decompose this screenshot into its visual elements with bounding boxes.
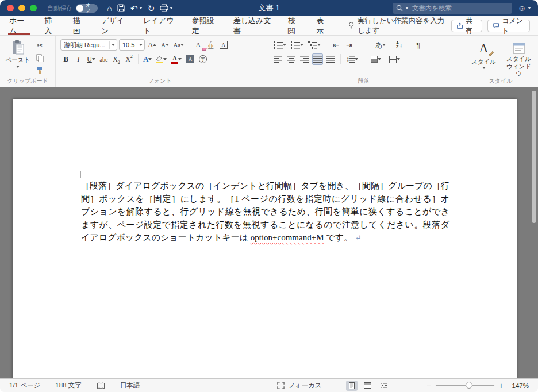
- document-search[interactable]: [393, 3, 512, 14]
- phonetic-guide-button[interactable]: ア 亜: [205, 39, 216, 51]
- highlight-button[interactable]: [155, 53, 168, 65]
- chevron-down-icon: [378, 58, 381, 60]
- divider: [340, 54, 341, 64]
- format-painter-button[interactable]: [34, 66, 45, 76]
- copy-icon: [36, 54, 44, 62]
- tab-view[interactable]: 表示: [315, 16, 330, 35]
- zoom-window-button[interactable]: [30, 5, 37, 11]
- chevron-down-icon: [163, 58, 167, 60]
- print-button[interactable]: [160, 4, 173, 12]
- font-row-2: B I U abc X2 X2 A A: [60, 53, 262, 65]
- distribute-button[interactable]: [325, 53, 336, 65]
- tab-review[interactable]: 校閲: [287, 16, 302, 35]
- divider: [370, 40, 370, 50]
- shrink-font-button[interactable]: A: [159, 39, 170, 51]
- feedback-button[interactable]: ☺: [518, 3, 531, 13]
- shading-button[interactable]: [370, 53, 382, 65]
- increase-indent-button[interactable]: ⇥: [344, 39, 355, 51]
- justify-button[interactable]: [312, 53, 323, 65]
- tab-mailings[interactable]: 差し込み文書: [232, 16, 274, 35]
- font-color-icon: A: [171, 55, 178, 64]
- tab-insert[interactable]: 挿入: [43, 16, 58, 35]
- share-button[interactable]: 共有: [451, 20, 482, 32]
- styles-window-button[interactable]: スタイル ウィンドウ: [503, 39, 535, 78]
- zoom-in-button[interactable]: +: [499, 382, 504, 390]
- view-web-layout-button[interactable]: [362, 381, 374, 391]
- tab-home[interactable]: ホーム: [8, 16, 30, 35]
- comments-button[interactable]: コメント: [487, 20, 530, 32]
- underline-button[interactable]: U: [86, 53, 97, 65]
- chevron-down-icon: [355, 58, 358, 60]
- text-line-last: イアログボックスのショートカットキーは option+command+M です。…: [81, 231, 449, 245]
- sort-button[interactable]: AZ ↓: [394, 39, 405, 51]
- autosave-toggle[interactable]: オフ: [76, 4, 98, 13]
- home-button[interactable]: ⌂: [107, 4, 112, 13]
- multilevel-list-button[interactable]: [307, 39, 322, 51]
- decrease-indent-button[interactable]: ⇤: [331, 39, 341, 51]
- save-button[interactable]: [117, 4, 125, 12]
- show-formatting-marks-button[interactable]: ¶: [413, 39, 424, 51]
- chevron-down-icon[interactable]: [170, 7, 173, 9]
- borders-button[interactable]: [388, 53, 401, 65]
- paste-button[interactable]: ペースト: [3, 39, 32, 78]
- copy-button[interactable]: [34, 53, 45, 63]
- character-border-button[interactable]: A: [218, 39, 229, 51]
- page-indicator[interactable]: 1/1 ページ: [9, 381, 40, 390]
- view-outline-button[interactable]: [378, 381, 390, 391]
- subscript-button[interactable]: X2: [111, 53, 122, 65]
- chevron-down-icon[interactable]: [139, 7, 143, 9]
- grow-font-button[interactable]: A: [147, 39, 157, 51]
- numbering-button[interactable]: [290, 39, 305, 51]
- tell-me-button[interactable]: 実行したい作業内容を入力します: [348, 16, 452, 35]
- tab-draw[interactable]: 描画: [72, 16, 87, 35]
- tab-layout[interactable]: レイアウト: [142, 16, 178, 35]
- focus-toggle[interactable]: フォーカス: [277, 381, 322, 390]
- search-scope-chevron-icon[interactable]: [405, 7, 409, 9]
- scissors-icon: ✂: [37, 41, 43, 49]
- document-page[interactable]: ［段落］ダイアログボックスの［インデントと行間幅］タブを開き、［間隔］グループの…: [13, 99, 517, 378]
- change-case-button[interactable]: Aa: [172, 39, 185, 51]
- line-spacing-button[interactable]: ↕: [345, 53, 359, 65]
- chevron-down-icon: [283, 44, 286, 46]
- align-left-button[interactable]: [272, 53, 283, 65]
- proofing-status-button[interactable]: [97, 382, 105, 389]
- bold-button[interactable]: B: [60, 53, 71, 65]
- tab-design[interactable]: デザイン: [100, 16, 129, 35]
- tab-references[interactable]: 参照設定: [191, 16, 219, 35]
- vertical-scrollbar-thumb[interactable]: [532, 91, 536, 223]
- minimize-window-button[interactable]: [18, 5, 25, 11]
- document-text[interactable]: ［段落］ダイアログボックスの［インデントと行間幅］タブを開き、［間隔］グループの…: [81, 179, 449, 245]
- styles-button[interactable]: A スタイル: [468, 39, 499, 78]
- align-right-button[interactable]: [299, 53, 310, 65]
- view-print-layout-button[interactable]: [346, 381, 358, 391]
- enclose-characters-button[interactable]: 字: [197, 53, 208, 65]
- clear-formatting-button[interactable]: A: [193, 39, 203, 51]
- comments-label: コメント: [502, 16, 524, 36]
- superscript-button[interactable]: X2: [124, 53, 134, 65]
- font-size-combo[interactable]: 10.5: [119, 39, 145, 51]
- zoom-level[interactable]: 147%: [508, 382, 529, 389]
- zoom-slider[interactable]: [436, 385, 494, 386]
- chevron-down-icon: [300, 44, 303, 46]
- zoom-slider-knob[interactable]: [466, 382, 472, 389]
- align-center-button[interactable]: [286, 53, 297, 65]
- bullets-button[interactable]: [272, 39, 287, 51]
- word-count[interactable]: 188 文字: [55, 381, 81, 390]
- close-window-button[interactable]: [7, 5, 14, 11]
- language-indicator[interactable]: 日本語: [120, 381, 140, 390]
- text-effects-button[interactable]: A: [142, 53, 153, 65]
- font-family-combo[interactable]: 游明朝 Regu...: [60, 39, 117, 51]
- strikethrough-button[interactable]: abc: [98, 53, 109, 65]
- distribute-icon: [326, 56, 335, 63]
- search-input[interactable]: [411, 4, 509, 12]
- group-styles: A スタイル スタイル ウィンドウ スタイル: [463, 36, 538, 87]
- italic-button[interactable]: I: [73, 53, 84, 65]
- indent-icon: ⇥: [346, 41, 352, 49]
- zoom-out-button[interactable]: −: [426, 382, 431, 390]
- asian-layout-button[interactable]: あ: [374, 39, 387, 51]
- undo-button[interactable]: ↶: [130, 4, 143, 13]
- font-color-button[interactable]: A: [170, 53, 183, 65]
- redo-button[interactable]: ↻: [148, 4, 155, 13]
- character-shading-button[interactable]: A: [185, 53, 195, 65]
- cut-button[interactable]: ✂: [34, 40, 45, 51]
